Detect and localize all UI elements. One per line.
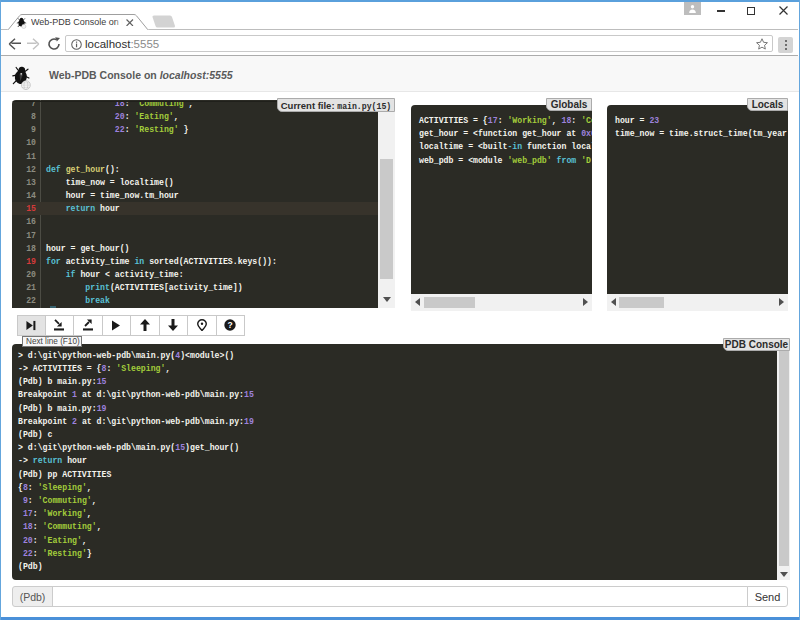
svg-text:?: ?	[228, 320, 233, 330]
